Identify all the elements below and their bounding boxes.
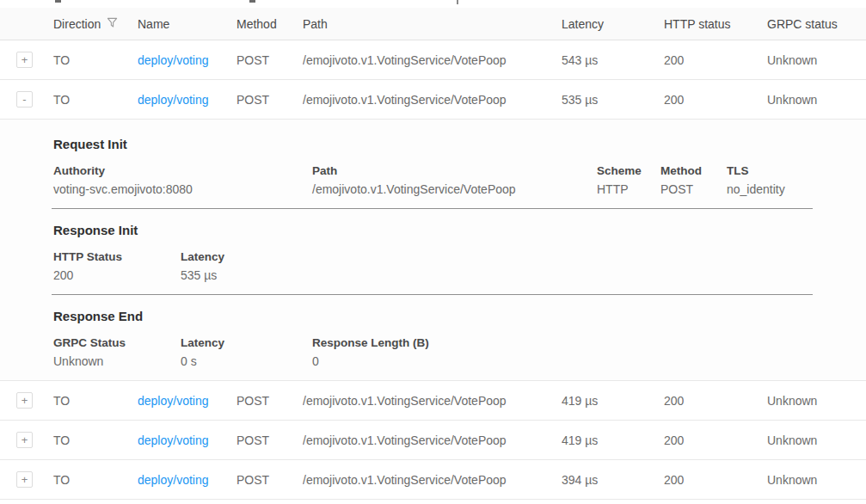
field-value: Unknown <box>53 354 172 368</box>
column-header-latency: Latency <box>562 17 664 31</box>
expand-row-button[interactable]: + <box>16 392 33 409</box>
request-init-section: Request Init Authority voting-svc.emojiv… <box>53 138 813 196</box>
column-header-grpc-status: GRPC status <box>767 17 866 31</box>
cropped-content-strip <box>0 0 866 8</box>
expand-row-button[interactable]: + <box>16 471 33 488</box>
field-value: POST <box>660 182 718 196</box>
field-label: Latency <box>181 250 804 263</box>
path-cell: /emojivoto.v1.VotingService/VotePoop <box>303 433 562 447</box>
column-header-http-status: HTTP status <box>664 17 767 31</box>
direction-cell: TO <box>53 53 138 67</box>
http-status-cell: 200 <box>664 394 767 408</box>
field-label: HTTP Status <box>53 250 172 263</box>
field-http-status: HTTP Status 200 <box>53 250 181 282</box>
field-method: Method POST <box>660 164 727 196</box>
path-cell: /emojivoto.v1.VotingService/VotePoop <box>303 473 562 487</box>
field-value: 0 s <box>181 354 304 368</box>
table-row-expanded: - TO deploy/voting POST /emojivoto.v1.Vo… <box>0 80 866 120</box>
path-cell: /emojivoto.v1.VotingService/VotePoop <box>303 93 562 107</box>
path-cell: /emojivoto.v1.VotingService/VotePoop <box>303 394 562 408</box>
table-row: + TO deploy/voting POST /emojivoto.v1.Vo… <box>0 40 866 80</box>
http-status-cell: 200 <box>664 473 767 487</box>
expand-row-button[interactable]: + <box>16 432 33 448</box>
latency-cell: 419 µs <box>562 394 664 408</box>
field-value: no_identity <box>727 182 804 196</box>
section-divider <box>52 208 813 209</box>
field-label: Path <box>312 164 588 177</box>
section-title: Request Init <box>53 138 813 151</box>
field-latency: Latency 0 s <box>181 336 312 368</box>
method-cell: POST <box>236 433 303 447</box>
cropped-text-fragment <box>55 0 61 3</box>
method-cell: POST <box>236 473 303 487</box>
direction-cell: TO <box>53 473 138 487</box>
field-value: 200 <box>53 268 172 282</box>
field-label: Scheme <box>597 164 652 177</box>
field-label: Latency <box>181 336 304 349</box>
http-status-cell: 200 <box>664 433 767 447</box>
method-cell: POST <box>236 53 303 67</box>
field-authority: Authority voting-svc.emojivoto:8080 <box>53 164 312 196</box>
filter-icon[interactable] <box>107 17 118 31</box>
grpc-status-cell: Unknown <box>767 433 866 447</box>
response-end-section: Response End GRPC Status Unknown Latency… <box>53 310 813 368</box>
direction-cell: TO <box>53 394 138 408</box>
latency-cell: 543 µs <box>562 53 664 67</box>
method-cell: POST <box>236 394 303 408</box>
http-status-cell: 200 <box>664 93 767 107</box>
field-path: Path /emojivoto.v1.VotingService/VotePoo… <box>312 164 597 196</box>
field-label: Method <box>660 164 718 177</box>
field-value: HTTP <box>597 182 652 196</box>
section-divider <box>52 294 813 295</box>
field-value: /emojivoto.v1.VotingService/VotePoop <box>312 182 588 196</box>
field-latency: Latency 535 µs <box>181 250 813 282</box>
field-value: 535 µs <box>181 268 804 282</box>
field-value: voting-svc.emojivoto:8080 <box>53 182 304 196</box>
direction-cell: TO <box>53 433 138 447</box>
table-row: + TO deploy/voting POST /emojivoto.v1.Vo… <box>0 460 866 500</box>
row-detail-panel: Request Init Authority voting-svc.emojiv… <box>0 120 866 381</box>
method-cell: POST <box>236 93 303 107</box>
column-header-name: Name <box>138 17 236 31</box>
field-label: GRPC Status <box>53 336 172 349</box>
latency-cell: 394 µs <box>562 473 664 487</box>
http-status-cell: 200 <box>664 53 767 67</box>
name-link[interactable]: deploy/voting <box>138 473 209 487</box>
column-header-path: Path <box>303 17 562 31</box>
column-header-direction: Direction <box>53 17 138 31</box>
section-title: Response End <box>53 310 813 323</box>
expand-row-button[interactable]: + <box>16 52 33 68</box>
cropped-text-fragment <box>249 0 255 3</box>
collapse-row-button[interactable]: - <box>16 91 33 108</box>
direction-cell: TO <box>53 93 138 107</box>
table-row: + TO deploy/voting POST /emojivoto.v1.Vo… <box>0 421 866 460</box>
name-link[interactable]: deploy/voting <box>138 433 209 447</box>
grpc-status-cell: Unknown <box>767 93 866 107</box>
column-header-method: Method <box>236 17 303 31</box>
field-response-length: Response Length (B) 0 <box>312 336 813 368</box>
grpc-status-cell: Unknown <box>767 473 866 487</box>
grpc-status-cell: Unknown <box>767 53 866 67</box>
column-header-label: Direction <box>53 17 101 31</box>
field-label: Authority <box>53 164 304 177</box>
name-link[interactable]: deploy/voting <box>138 53 209 67</box>
table-header: Direction Name Method Path Latency HTTP … <box>0 8 866 40</box>
latency-cell: 419 µs <box>562 433 664 447</box>
response-init-section: Response Init HTTP Status 200 Latency 53… <box>53 224 813 282</box>
field-label: Response Length (B) <box>312 336 804 349</box>
name-link[interactable]: deploy/voting <box>138 93 209 107</box>
name-link[interactable]: deploy/voting <box>138 394 209 408</box>
table-row: + TO deploy/voting POST /emojivoto.v1.Vo… <box>0 381 866 421</box>
latency-cell: 535 µs <box>562 93 664 107</box>
field-value: 0 <box>312 354 804 368</box>
cropped-text-fragment <box>457 0 458 4</box>
path-cell: /emojivoto.v1.VotingService/VotePoop <box>303 53 562 67</box>
grpc-status-cell: Unknown <box>767 394 866 408</box>
field-label: TLS <box>727 164 804 177</box>
section-title: Response Init <box>53 224 813 237</box>
field-grpc-status: GRPC Status Unknown <box>53 336 181 368</box>
field-tls: TLS no_identity <box>727 164 813 196</box>
field-scheme: Scheme HTTP <box>597 164 660 196</box>
